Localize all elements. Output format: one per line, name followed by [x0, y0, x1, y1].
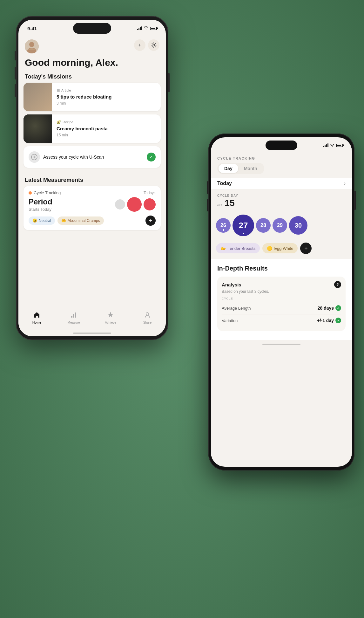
mission-card-recipe[interactable]: 🥑 Recipe Creamy broccoli pasta 15 min — [24, 114, 161, 143]
phone2-screen: CYCLE TRACKING Day Month Today › CYCLE D… — [211, 137, 352, 467]
cal-day-29[interactable]: 29 — [273, 218, 287, 233]
article-content: ▤ Article 5 tips to reduce bloating 3 mi… — [52, 83, 161, 111]
nav-achieve[interactable]: Achieve — [101, 311, 120, 324]
home-icon — [33, 311, 40, 320]
article-title: 5 tips to reduce bloating — [57, 94, 156, 100]
uscan-text: Assess your cycle with U-Scan — [43, 154, 104, 160]
tender-breasts-chip[interactable]: 🫱 Tender Breasts — [216, 243, 260, 253]
missions-title: Today's Missions — [18, 69, 166, 83]
day-toggle[interactable]: Day — [219, 164, 238, 173]
egg-white-chip[interactable]: 🟡 Egg White — [262, 243, 298, 253]
uscan-left: Assess your cycle with U-Scan — [29, 151, 104, 163]
svg-rect-5 — [24, 83, 52, 111]
add-button[interactable]: + — [134, 39, 145, 51]
tag-cramps[interactable]: 🤲 Abdominal Cramps — [57, 216, 104, 225]
greeting: Good morning, Alex. — [18, 53, 166, 69]
svg-point-14 — [37, 131, 38, 132]
phone2-power-button[interactable] — [354, 191, 356, 210]
uscan-card[interactable]: Assess your cycle with U-Scan ✓ — [24, 146, 161, 168]
help-button[interactable]: ? — [334, 281, 341, 288]
neutral-icon: 😐 — [32, 218, 37, 223]
achieve-icon — [107, 311, 114, 320]
phone1: 9:41 — [16, 16, 168, 340]
day-month-toggle: Day Month — [217, 163, 264, 174]
phone2-status-icons — [323, 142, 343, 148]
phone2-signal-icon — [323, 143, 329, 147]
svg-point-1 — [29, 42, 34, 47]
measurement-label: Cycle Tracking — [29, 190, 61, 195]
article-icon: ▤ — [57, 88, 60, 93]
bottom-nav: Home Measure Achieve — [18, 308, 166, 336]
period-circle-red-small — [144, 198, 156, 210]
wifi-icon — [144, 26, 148, 31]
month-toggle[interactable]: Month — [238, 164, 263, 173]
article-thumbnail — [24, 83, 52, 111]
app-header: + — [18, 37, 166, 53]
svg-point-9 — [29, 121, 47, 139]
analysis-subtitle: Based on your last 3 cycles. — [222, 289, 341, 294]
svg-rect-18 — [71, 316, 72, 318]
tender-icon: 🫱 — [220, 246, 226, 251]
cramps-icon: 🤲 — [61, 218, 66, 223]
svg-point-13 — [39, 128, 41, 130]
share-icon — [144, 311, 151, 320]
symptom-row: 🫱 Tender Breasts 🟡 Egg White + — [211, 241, 352, 258]
svg-rect-4 — [24, 83, 52, 111]
variation-value: +/-1 day ✓ — [317, 318, 341, 323]
add-symptom-button-p2[interactable]: + — [300, 243, 312, 254]
volume-up-button[interactable] — [15, 67, 16, 79]
cal-day-30[interactable]: 30 — [289, 216, 307, 235]
variation-label: Variation — [222, 318, 238, 323]
measure-icon — [70, 311, 77, 320]
nav-measure[interactable]: Measure — [64, 311, 83, 324]
cal-dot-26 — [223, 229, 224, 231]
phone2-vol-up[interactable] — [207, 181, 208, 194]
home-indicator — [73, 333, 111, 334]
svg-rect-7 — [43, 88, 46, 93]
period-info: Period Starts Today — [29, 197, 52, 212]
analysis-title: Analysis — [222, 282, 241, 287]
nav-home[interactable]: Home — [27, 311, 46, 324]
settings-button[interactable] — [148, 39, 159, 51]
today-label: Today — [217, 181, 232, 186]
tag-neutral[interactable]: 😐 Neutral — [29, 216, 55, 225]
volume-down-button[interactable] — [15, 84, 16, 97]
today-link[interactable]: Today › — [144, 191, 156, 195]
cycle-day-number: 15 — [225, 198, 234, 208]
battery-icon — [150, 27, 157, 30]
cycle-section-label: CYCLE — [222, 297, 341, 300]
period-circle-gray — [115, 199, 125, 209]
mute-button[interactable] — [15, 51, 16, 60]
analysis-header: Analysis ? — [222, 281, 341, 288]
header-actions: + — [134, 39, 159, 51]
phone2-vol-down[interactable] — [207, 199, 208, 211]
measurements-section: Cycle Tracking Today › Period Starts Tod… — [18, 186, 166, 230]
egg-icon: 🟡 — [267, 246, 272, 251]
screen-content[interactable]: + Good morning, Alex. Today's Missions — [18, 37, 166, 336]
recipe-thumbnail — [24, 114, 52, 143]
nav-share[interactable]: Share — [138, 311, 157, 324]
analysis-card: Analysis ? Based on your last 3 cycles. … — [217, 277, 346, 331]
recipe-type: 🥑 Recipe — [57, 120, 156, 124]
average-length-value: 28 days ✓ — [318, 305, 341, 311]
today-row[interactable]: Today › — [211, 178, 352, 189]
avatar[interactable] — [25, 39, 39, 53]
svg-point-11 — [32, 124, 44, 135]
mission-card-article[interactable]: ▤ Article 5 tips to reduce bloating 3 mi… — [24, 83, 161, 111]
cal-day-26[interactable]: 26 — [216, 218, 231, 233]
phone2: CYCLE TRACKING Day Month Today › CYCLE D… — [208, 134, 354, 470]
today-chevron-icon: › — [344, 181, 346, 186]
article-duration: 3 min — [57, 101, 156, 106]
phone1-screen: 9:41 — [18, 20, 166, 336]
cal-day-28[interactable]: 28 — [256, 218, 271, 233]
measurement-value-row: Period Starts Today — [29, 197, 156, 212]
cal-day-27[interactable]: 27 — [233, 215, 254, 236]
power-button[interactable] — [168, 73, 170, 92]
add-symptom-button[interactable]: + — [145, 216, 156, 226]
status-time: 9:41 — [27, 26, 37, 31]
phone2-home-indicator — [262, 344, 300, 345]
recipe-duration: 15 min — [57, 133, 156, 137]
period-subtitle: Starts Today — [29, 207, 52, 212]
svg-point-6 — [33, 86, 41, 93]
nav-home-label: Home — [32, 321, 41, 324]
